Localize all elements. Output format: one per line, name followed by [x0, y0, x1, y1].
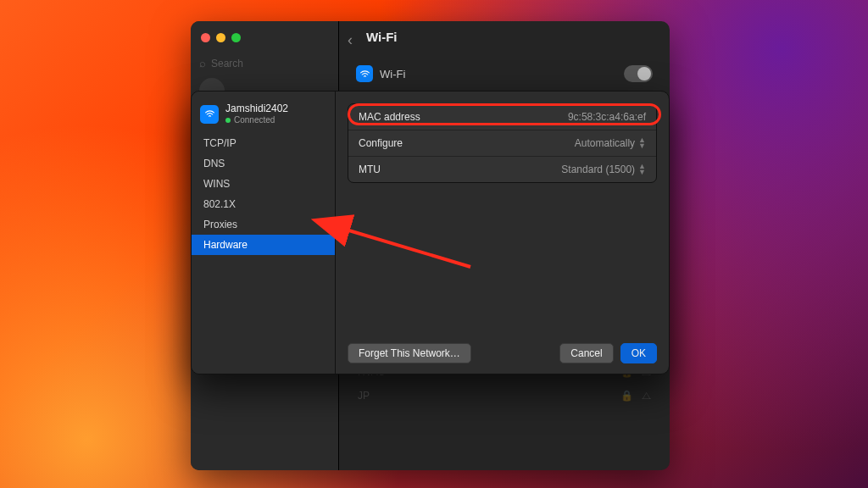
mac-label: MAC address: [359, 111, 420, 123]
tab-wins[interactable]: WINS: [192, 174, 335, 194]
mtu-label: MTU: [359, 164, 381, 175]
page-title: Wi-Fi: [366, 30, 398, 44]
desktop-wallpaper: ‹ Wi-Fi ⌕ Search Accessibility Control C…: [0, 0, 868, 488]
back-chevron-icon[interactable]: ‹: [348, 31, 353, 49]
network-status: Connected: [225, 115, 288, 125]
sheet-content: MAC address 9c:58:3c:a4:6a:ef Configure …: [336, 92, 669, 374]
maximize-icon[interactable]: [231, 33, 241, 42]
wifi-toggle[interactable]: [624, 65, 653, 82]
stepper-icon: ▲▼: [638, 164, 646, 175]
close-icon[interactable]: [201, 33, 210, 42]
mtu-value[interactable]: Standard (1500) ▲▼: [561, 164, 646, 175]
search-placeholder: Search: [211, 58, 243, 69]
configure-value[interactable]: Automatically ▲▼: [575, 137, 646, 149]
stepper-icon: ▲▼: [638, 137, 646, 149]
wifi-toggle-row: Wi-Fi: [351, 62, 658, 91]
wifi-icon: [356, 65, 373, 82]
wifi-label: Wi-Fi: [380, 68, 405, 80]
network-name: Jamshidi2402: [225, 103, 288, 115]
tab-tcpip[interactable]: TCP/IP: [192, 133, 335, 153]
tab-proxies[interactable]: Proxies: [192, 214, 335, 235]
network-row[interactable]: JP🔒⧍: [351, 384, 658, 408]
configure-label: Configure: [359, 137, 403, 149]
window-titlebar: ‹ Wi-Fi: [191, 21, 670, 57]
window-traffic-lights[interactable]: [201, 33, 241, 42]
mac-value: 9c:58:3c:a4:6a:ef: [568, 111, 646, 123]
minimize-icon[interactable]: [216, 33, 225, 42]
row-mtu[interactable]: MTU Standard (1500) ▲▼: [348, 156, 656, 182]
search-input[interactable]: ⌕ Search: [199, 57, 330, 69]
network-details-sheet: Jamshidi2402 Connected TCP/IP DNS WINS 8…: [191, 91, 670, 374]
forget-network-button[interactable]: Forget This Network…: [348, 343, 471, 363]
sheet-footer: Forget This Network… Cancel OK: [336, 335, 669, 374]
search-icon: ⌕: [199, 57, 206, 69]
sheet-sidebar: Jamshidi2402 Connected TCP/IP DNS WINS 8…: [192, 92, 336, 374]
tab-dns[interactable]: DNS: [192, 153, 335, 174]
network-header: Jamshidi2402 Connected: [192, 98, 335, 133]
wifi-icon: [200, 105, 219, 124]
status-dot-icon: [225, 118, 231, 123]
tab-8021x[interactable]: 802.1X: [192, 194, 335, 214]
wifi-signal-icon: ⧍: [642, 390, 651, 402]
row-configure[interactable]: Configure Automatically ▲▼: [348, 130, 656, 156]
cancel-button[interactable]: Cancel: [559, 343, 613, 363]
lock-icon: 🔒: [620, 390, 633, 402]
hardware-fields: MAC address 9c:58:3c:a4:6a:ef Configure …: [348, 103, 657, 183]
row-mac-address: MAC address 9c:58:3c:a4:6a:ef: [348, 104, 656, 130]
tab-hardware[interactable]: Hardware: [192, 235, 335, 255]
ok-button[interactable]: OK: [620, 343, 657, 363]
